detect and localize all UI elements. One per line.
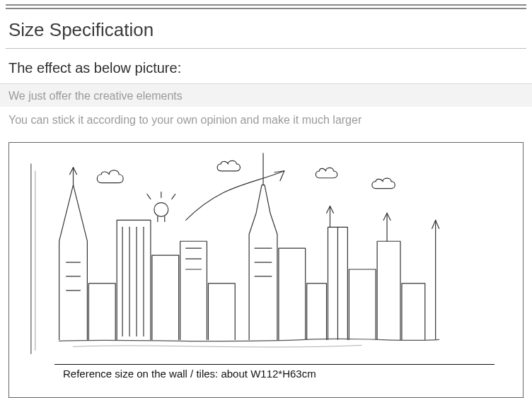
city-skyline-sketch-icon	[9, 143, 523, 397]
reference-size-label: Reference size on the wall / tiles: abou…	[54, 365, 320, 380]
svg-point-21	[154, 203, 168, 217]
svg-line-25	[172, 194, 175, 199]
svg-line-24	[147, 194, 151, 199]
reference-size-rule: Reference size on the wall / tiles: abou…	[54, 364, 495, 380]
info-line-1: We just offer the creative elements	[0, 83, 532, 107]
subtitle: The effect as below picture:	[0, 49, 532, 83]
section-title: Size Specification	[0, 9, 532, 48]
illustration-frame: Reference size on the wall / tiles: abou…	[8, 142, 524, 398]
info-line-2: You can stick it according to your own o…	[0, 107, 532, 132]
top-double-rule	[6, 4, 526, 9]
